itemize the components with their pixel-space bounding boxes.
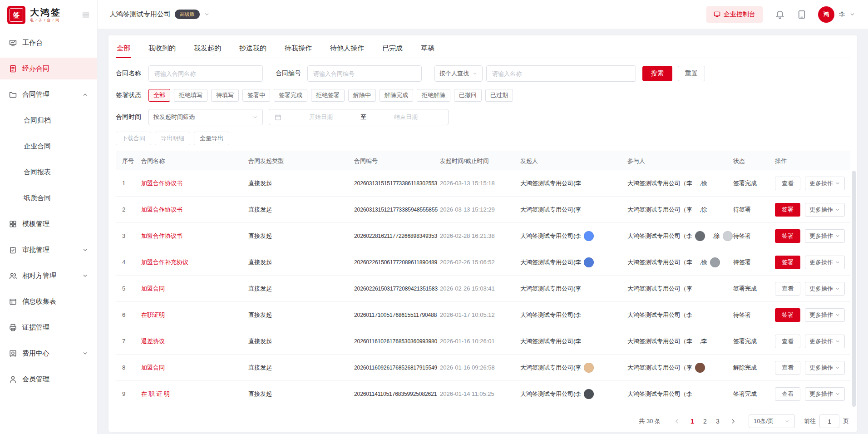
more-actions-button[interactable]: 更多操作 (805, 256, 845, 269)
contract-name-link[interactable]: 退差协议 (141, 337, 248, 345)
page-size-select[interactable]: 10条/页 (749, 414, 795, 428)
status-filter-chip[interactable]: 已过期 (485, 89, 513, 102)
topbar: 大鸿签测试专用公司 高级版 企业控制台 鸿 李 (98, 0, 868, 29)
view-button[interactable]: 查看 (775, 335, 800, 348)
status-filter-chip[interactable]: 全部 (148, 89, 170, 102)
company-switcher[interactable]: 大鸿签测试专用公司 高级版 (109, 10, 210, 19)
sidebar-item[interactable]: 费用中心 (0, 342, 97, 364)
sign-button[interactable]: 签署 (775, 256, 800, 269)
more-actions-button[interactable]: 更多操作 (805, 203, 845, 217)
sidebar-subitem[interactable]: 纸质合同 (0, 187, 97, 209)
tab[interactable]: 待他人操作 (329, 39, 365, 58)
table-row: 8加盟合同直接发起2026011609261768526817915549202… (116, 355, 850, 381)
pagination-next-icon[interactable] (727, 415, 740, 428)
contract-list-card: 全部我收到的我发起的抄送我的待我操作待他人操作已完成草稿 合同名称 合同编号 按… (108, 35, 857, 432)
contract-name-link[interactable]: 在 职 证 明 (141, 390, 248, 398)
sidebar-item[interactable]: 审批管理 (0, 239, 97, 261)
view-button[interactable]: 查看 (775, 177, 800, 190)
sign-button[interactable]: 签署 (775, 229, 800, 243)
pagination-page[interactable]: 1 (686, 415, 699, 428)
goto-page-input[interactable] (819, 414, 839, 428)
chevron-down-icon (82, 247, 88, 253)
tab[interactable]: 待我操作 (284, 39, 313, 58)
user-avatar[interactable]: 鸿 (818, 6, 834, 23)
pagination-page[interactable]: 2 (699, 415, 711, 428)
status-filter-chip[interactable]: 签署完成 (274, 89, 307, 102)
sidebar-item[interactable]: 工作台 (0, 32, 97, 54)
more-actions-button[interactable]: 更多操作 (805, 387, 845, 401)
collapse-menu-icon[interactable] (82, 11, 90, 19)
status-filter-chip[interactable]: 拒绝解除 (417, 89, 450, 102)
sidebar-subitem[interactable]: 企业合同 (0, 135, 97, 157)
more-actions-button[interactable]: 更多操作 (805, 229, 845, 243)
more-actions-button[interactable]: 更多操作 (805, 308, 845, 322)
contract-name-link[interactable]: 在职证明 (141, 311, 248, 319)
tab[interactable]: 我收到的 (148, 39, 177, 58)
sidebar-item[interactable]: 证据管理 (0, 316, 97, 338)
sidebar-item[interactable]: 会员管理 (0, 368, 97, 390)
date-end-placeholder: 结束日期 (369, 113, 443, 121)
view-button[interactable]: 查看 (775, 282, 800, 296)
sidebar-item[interactable]: 合同管理 (0, 84, 97, 105)
sidebar-subitem[interactable]: 合同归档 (0, 109, 97, 131)
person-name-input[interactable] (486, 65, 636, 82)
export-detail-button[interactable]: 导出明细 (155, 132, 190, 145)
sidebar-subitem[interactable]: 合同报表 (0, 161, 97, 183)
status-filter-chip[interactable]: 签署中 (242, 89, 270, 102)
tab[interactable]: 抄送我的 (238, 39, 267, 58)
pagination-prev-icon[interactable] (671, 415, 683, 428)
more-actions-button[interactable]: 更多操作 (805, 177, 845, 190)
brand-slogan: 电 / 子 / 合 / 同 (30, 19, 61, 23)
status-filter-chip[interactable]: 已撤回 (454, 89, 482, 102)
reset-button[interactable]: 重置 (678, 66, 705, 81)
tab[interactable]: 全部 (116, 39, 131, 58)
sidebar-item[interactable]: 相对方管理 (0, 265, 97, 286)
status-filter-chip[interactable]: 解除完成 (380, 89, 413, 102)
contract-name-link[interactable]: 加盟合作协议书 (141, 206, 248, 214)
sign-button[interactable]: 签署 (775, 308, 800, 322)
contract-icon (9, 65, 17, 73)
contract-name-link[interactable]: 加盟合同 (141, 285, 248, 293)
contract-name-input[interactable] (148, 65, 263, 82)
table-scrollbar[interactable] (852, 171, 856, 407)
export-all-button[interactable]: 全量导出 (194, 132, 229, 145)
download-contracts-button[interactable]: 下载合同 (116, 132, 151, 145)
contract-name-link[interactable]: 加盟合作协议书 (141, 232, 248, 240)
device-icon[interactable] (797, 10, 806, 19)
enterprise-console-button[interactable]: 企业控制台 (706, 6, 763, 23)
row-actions: 查看更多操作 (775, 282, 850, 296)
row-actions: 查看更多操作 (775, 335, 850, 348)
form-icon (9, 298, 17, 306)
search-button[interactable]: 搜索 (642, 66, 672, 81)
more-actions-button[interactable]: 更多操作 (805, 361, 845, 375)
contract-name-link[interactable]: 加盟合作补充协议 (141, 258, 248, 266)
pagination-page[interactable]: 3 (711, 415, 724, 428)
status-filter-chip[interactable]: 待填写 (211, 89, 239, 102)
initiate-time: 2026-01-14 11:05:25 (440, 390, 520, 397)
sidebar-item[interactable]: 模板管理 (0, 213, 97, 235)
status-filter-chip[interactable]: 拒绝填写 (174, 89, 207, 102)
time-filter-select[interactable]: 按发起时间筛选 (148, 109, 263, 125)
contract-number-input[interactable] (307, 65, 422, 82)
notifications-bell-icon[interactable] (775, 10, 784, 19)
tab[interactable]: 我发起的 (193, 39, 222, 58)
participant-avatar (710, 257, 720, 267)
sign-button[interactable]: 签署 (775, 203, 800, 217)
user-menu-chevron-icon[interactable] (849, 11, 855, 17)
approval-icon (9, 246, 17, 254)
more-actions-button[interactable]: 更多操作 (805, 335, 845, 348)
status-filter-chip[interactable]: 拒绝签署 (311, 89, 345, 102)
tab[interactable]: 已完成 (381, 39, 404, 58)
person-search-select[interactable]: 按个人查找 (434, 65, 483, 82)
more-actions-button[interactable]: 更多操作 (805, 282, 845, 296)
tab[interactable]: 草稿 (420, 39, 435, 58)
date-range-picker[interactable]: 开始日期 至 结束日期 (269, 109, 449, 125)
chevron-down-icon (835, 339, 840, 344)
view-button[interactable]: 查看 (775, 361, 800, 375)
contract-name-link[interactable]: 加盟合作协议书 (141, 179, 248, 187)
sidebar-item[interactable]: 信息收集表 (0, 291, 97, 312)
status-filter-chip[interactable]: 解除中 (348, 89, 376, 102)
contract-name-link[interactable]: 加盟合同 (141, 364, 248, 372)
sidebar-item[interactable]: 经办合同 (0, 58, 97, 79)
view-button[interactable]: 查看 (775, 387, 800, 401)
